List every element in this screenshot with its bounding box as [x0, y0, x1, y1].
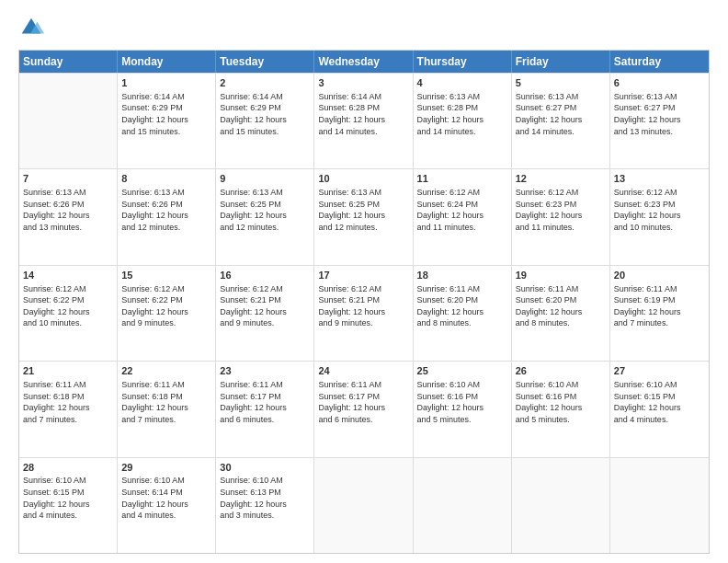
- day-number: 25: [417, 364, 507, 378]
- day-number: 4: [417, 76, 507, 90]
- day-number: 22: [121, 364, 211, 378]
- day-info: Sunrise: 6:10 AM Sunset: 6:16 PM Dayligh…: [417, 379, 507, 425]
- day-cell-14: 14Sunrise: 6:12 AM Sunset: 6:22 PM Dayli…: [19, 266, 118, 361]
- day-cell-25: 25Sunrise: 6:10 AM Sunset: 6:16 PM Dayli…: [414, 362, 512, 456]
- day-info: Sunrise: 6:10 AM Sunset: 6:14 PM Dayligh…: [121, 475, 211, 521]
- day-info: Sunrise: 6:11 AM Sunset: 6:20 PM Dayligh…: [516, 283, 606, 329]
- day-number: 30: [220, 461, 310, 475]
- day-cell-12: 12Sunrise: 6:12 AM Sunset: 6:23 PM Dayli…: [512, 169, 610, 264]
- day-info: Sunrise: 6:10 AM Sunset: 6:15 PM Dayligh…: [614, 379, 705, 425]
- day-number: 1: [121, 76, 211, 90]
- day-number: 7: [23, 172, 113, 186]
- day-number: 13: [614, 172, 705, 186]
- day-cell-5: 5Sunrise: 6:13 AM Sunset: 6:27 PM Daylig…: [512, 74, 610, 168]
- week-row-3: 14Sunrise: 6:12 AM Sunset: 6:22 PM Dayli…: [19, 265, 709, 361]
- day-cell-23: 23Sunrise: 6:11 AM Sunset: 6:17 PM Dayli…: [216, 362, 314, 456]
- day-cell-1: 1Sunrise: 6:14 AM Sunset: 6:29 PM Daylig…: [118, 74, 216, 168]
- day-cell-2: 2Sunrise: 6:14 AM Sunset: 6:29 PM Daylig…: [216, 74, 314, 168]
- day-cell-20: 20Sunrise: 6:11 AM Sunset: 6:19 PM Dayli…: [610, 266, 709, 361]
- day-info: Sunrise: 6:12 AM Sunset: 6:24 PM Dayligh…: [417, 187, 507, 233]
- empty-cell: [19, 74, 118, 168]
- day-number: 27: [614, 364, 705, 378]
- day-info: Sunrise: 6:14 AM Sunset: 6:29 PM Dayligh…: [220, 91, 310, 137]
- day-cell-27: 27Sunrise: 6:10 AM Sunset: 6:15 PM Dayli…: [610, 362, 709, 456]
- day-info: Sunrise: 6:11 AM Sunset: 6:18 PM Dayligh…: [23, 379, 113, 425]
- calendar-header: SundayMondayTuesdayWednesdayThursdayFrid…: [19, 51, 709, 73]
- day-info: Sunrise: 6:13 AM Sunset: 6:28 PM Dayligh…: [417, 91, 507, 137]
- day-number: 29: [121, 461, 211, 475]
- day-cell-17: 17Sunrise: 6:12 AM Sunset: 6:21 PM Dayli…: [314, 266, 413, 361]
- day-cell-6: 6Sunrise: 6:13 AM Sunset: 6:27 PM Daylig…: [610, 74, 709, 168]
- week-row-2: 7Sunrise: 6:13 AM Sunset: 6:26 PM Daylig…: [19, 168, 709, 264]
- day-number: 20: [614, 269, 705, 282]
- logo: [18, 15, 48, 40]
- day-cell-29: 29Sunrise: 6:10 AM Sunset: 6:14 PM Dayli…: [118, 458, 216, 553]
- day-info: Sunrise: 6:10 AM Sunset: 6:16 PM Dayligh…: [516, 379, 606, 425]
- day-cell-9: 9Sunrise: 6:13 AM Sunset: 6:25 PM Daylig…: [216, 169, 314, 264]
- week-row-4: 21Sunrise: 6:11 AM Sunset: 6:18 PM Dayli…: [19, 361, 709, 456]
- day-info: Sunrise: 6:11 AM Sunset: 6:17 PM Dayligh…: [318, 379, 408, 425]
- header: [18, 15, 710, 40]
- header-day-sunday: Sunday: [19, 51, 118, 73]
- day-cell-21: 21Sunrise: 6:11 AM Sunset: 6:18 PM Dayli…: [19, 362, 118, 456]
- day-number: 10: [318, 172, 408, 186]
- day-number: 21: [23, 364, 113, 378]
- header-day-monday: Monday: [118, 51, 216, 73]
- day-info: Sunrise: 6:11 AM Sunset: 6:19 PM Dayligh…: [614, 283, 705, 329]
- day-cell-3: 3Sunrise: 6:14 AM Sunset: 6:28 PM Daylig…: [314, 74, 413, 168]
- day-cell-15: 15Sunrise: 6:12 AM Sunset: 6:22 PM Dayli…: [118, 266, 216, 361]
- header-day-wednesday: Wednesday: [314, 51, 413, 73]
- day-info: Sunrise: 6:11 AM Sunset: 6:18 PM Dayligh…: [121, 379, 211, 425]
- day-cell-11: 11Sunrise: 6:12 AM Sunset: 6:24 PM Dayli…: [414, 169, 512, 264]
- day-info: Sunrise: 6:13 AM Sunset: 6:27 PM Dayligh…: [614, 91, 705, 137]
- day-info: Sunrise: 6:12 AM Sunset: 6:22 PM Dayligh…: [121, 283, 211, 329]
- calendar: SundayMondayTuesdayWednesdayThursdayFrid…: [18, 50, 710, 554]
- day-number: 2: [220, 76, 310, 90]
- day-info: Sunrise: 6:14 AM Sunset: 6:28 PM Dayligh…: [318, 91, 408, 137]
- day-cell-26: 26Sunrise: 6:10 AM Sunset: 6:16 PM Dayli…: [512, 362, 610, 456]
- day-number: 17: [318, 269, 408, 282]
- day-info: Sunrise: 6:14 AM Sunset: 6:29 PM Dayligh…: [121, 91, 211, 137]
- day-number: 16: [220, 269, 310, 282]
- day-info: Sunrise: 6:13 AM Sunset: 6:25 PM Dayligh…: [318, 187, 408, 233]
- day-cell-4: 4Sunrise: 6:13 AM Sunset: 6:28 PM Daylig…: [414, 74, 512, 168]
- day-info: Sunrise: 6:12 AM Sunset: 6:23 PM Dayligh…: [516, 187, 606, 233]
- header-day-thursday: Thursday: [414, 51, 512, 73]
- day-info: Sunrise: 6:11 AM Sunset: 6:20 PM Dayligh…: [417, 283, 507, 329]
- logo-icon: [18, 15, 44, 40]
- day-cell-10: 10Sunrise: 6:13 AM Sunset: 6:25 PM Dayli…: [314, 169, 413, 264]
- day-info: Sunrise: 6:12 AM Sunset: 6:21 PM Dayligh…: [318, 283, 408, 329]
- day-number: 18: [417, 269, 507, 282]
- calendar-body: 1Sunrise: 6:14 AM Sunset: 6:29 PM Daylig…: [19, 73, 709, 553]
- day-number: 28: [23, 461, 113, 475]
- empty-cell: [610, 458, 709, 553]
- empty-cell: [512, 458, 610, 553]
- header-day-friday: Friday: [512, 51, 610, 73]
- day-info: Sunrise: 6:10 AM Sunset: 6:15 PM Dayligh…: [23, 475, 113, 521]
- day-cell-22: 22Sunrise: 6:11 AM Sunset: 6:18 PM Dayli…: [118, 362, 216, 456]
- day-cell-28: 28Sunrise: 6:10 AM Sunset: 6:15 PM Dayli…: [19, 458, 118, 553]
- week-row-1: 1Sunrise: 6:14 AM Sunset: 6:29 PM Daylig…: [19, 73, 709, 168]
- header-day-tuesday: Tuesday: [216, 51, 314, 73]
- day-cell-30: 30Sunrise: 6:10 AM Sunset: 6:13 PM Dayli…: [216, 458, 314, 553]
- day-number: 12: [516, 172, 606, 186]
- page: SundayMondayTuesdayWednesdayThursdayFrid…: [0, 0, 728, 563]
- day-number: 5: [516, 76, 606, 90]
- day-number: 23: [220, 364, 310, 378]
- day-number: 6: [614, 76, 705, 90]
- day-cell-7: 7Sunrise: 6:13 AM Sunset: 6:26 PM Daylig…: [19, 169, 118, 264]
- day-cell-16: 16Sunrise: 6:12 AM Sunset: 6:21 PM Dayli…: [216, 266, 314, 361]
- day-number: 24: [318, 364, 408, 378]
- day-number: 9: [220, 172, 310, 186]
- day-info: Sunrise: 6:12 AM Sunset: 6:23 PM Dayligh…: [614, 187, 705, 233]
- day-cell-19: 19Sunrise: 6:11 AM Sunset: 6:20 PM Dayli…: [512, 266, 610, 361]
- day-number: 8: [121, 172, 211, 186]
- header-day-saturday: Saturday: [610, 51, 709, 73]
- day-info: Sunrise: 6:13 AM Sunset: 6:26 PM Dayligh…: [23, 187, 113, 233]
- day-number: 11: [417, 172, 507, 186]
- day-number: 14: [23, 269, 113, 282]
- day-number: 19: [516, 269, 606, 282]
- day-info: Sunrise: 6:13 AM Sunset: 6:27 PM Dayligh…: [516, 91, 606, 137]
- day-info: Sunrise: 6:13 AM Sunset: 6:25 PM Dayligh…: [220, 187, 310, 233]
- day-cell-13: 13Sunrise: 6:12 AM Sunset: 6:23 PM Dayli…: [610, 169, 709, 264]
